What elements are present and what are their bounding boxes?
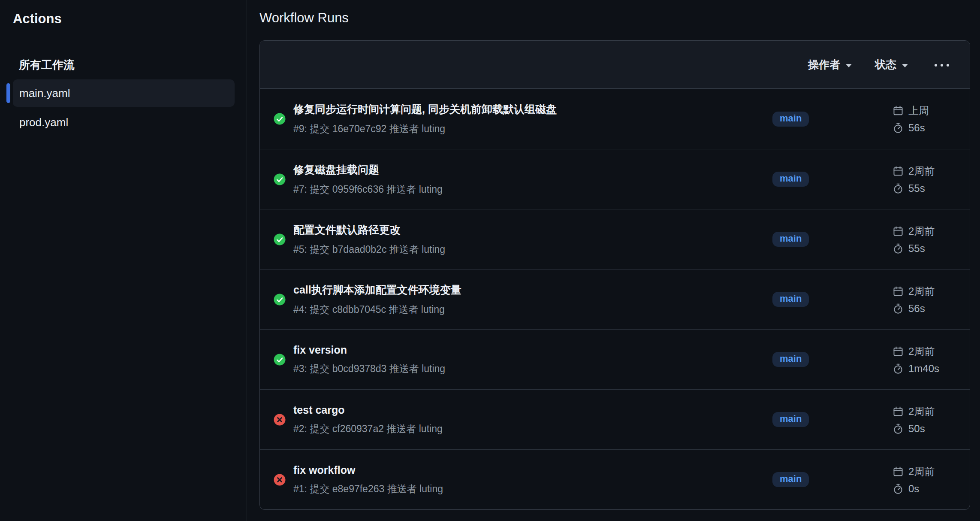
stopwatch-icon <box>893 423 904 434</box>
run-title-link[interactable]: 修复同步运行时间计算问题, 同步关机前卸载默认组磁盘 <box>293 102 772 116</box>
workflow-run-row: fix version #3: 提交 b0cd9378d3 推送者 luting… <box>260 329 970 389</box>
run-commit-meta: #4: 提交 c8dbb7045c 推送者 luting <box>293 303 772 316</box>
actions-sidebar: Actions 所有工作流 main.yaml prod.yaml <box>0 0 247 521</box>
stopwatch-icon <box>893 243 904 254</box>
branch-badge[interactable]: main <box>772 172 809 187</box>
calendar-icon <box>893 466 904 477</box>
calendar-icon <box>893 406 904 417</box>
run-commit-meta: #1: 提交 e8e97fe263 推送者 luting <box>293 482 772 496</box>
workflow-file-label: main.yaml <box>19 87 70 100</box>
stopwatch-icon <box>893 303 904 314</box>
stopwatch-icon <box>893 483 904 494</box>
workflow-run-row: 修复同步运行时间计算问题, 同步关机前卸载默认组磁盘 #9: 提交 16e70e… <box>260 89 970 149</box>
more-options-button[interactable] <box>931 58 953 71</box>
workflow-runs-list: 修复同步运行时间计算问题, 同步关机前卸载默认组磁盘 #9: 提交 16e70e… <box>260 89 970 509</box>
run-status-icon <box>274 354 286 366</box>
branch-badge[interactable]: main <box>772 112 809 127</box>
status-filter-label: 状态 <box>875 58 896 72</box>
workflow-run-row: 修复磁盘挂载问题 #7: 提交 0959f6c636 推送者 luting ma… <box>260 149 970 209</box>
run-commit-meta: #2: 提交 cf260937a2 推送者 luting <box>293 422 772 436</box>
run-date: 2周前 <box>893 285 958 298</box>
run-duration: 56s <box>893 122 958 134</box>
run-duration: 1m40s <box>893 363 958 375</box>
run-status-icon <box>274 173 286 185</box>
workflow-run-row: fix workflow #1: 提交 e8e97fe263 推送者 lutin… <box>260 449 970 509</box>
kebab-icon <box>935 64 949 67</box>
workflow-run-row: 配置文件默认路径更改 #5: 提交 b7daad0b2c 推送者 luting … <box>260 209 970 269</box>
run-date: 2周前 <box>893 164 958 178</box>
branch-badge[interactable]: main <box>772 412 809 427</box>
run-status-icon <box>274 474 286 486</box>
run-date: 上周 <box>893 104 958 118</box>
run-date: 2周前 <box>893 405 958 418</box>
calendar-icon <box>893 346 904 357</box>
run-title-link[interactable]: call执行脚本添加配置文件环境变量 <box>293 283 772 297</box>
chevron-down-icon <box>902 64 908 67</box>
run-title-link[interactable]: 修复磁盘挂载问题 <box>293 163 772 177</box>
page-title: Workflow Runs <box>259 10 970 26</box>
workflow-file-label: prod.yaml <box>19 116 68 129</box>
run-duration: 55s <box>893 242 958 254</box>
sidebar-item-all-workflows[interactable]: 所有工作流 <box>19 58 234 73</box>
run-title-link[interactable]: fix version <box>293 344 772 356</box>
run-duration: 50s <box>893 423 958 435</box>
sidebar-title: Actions <box>13 11 247 27</box>
workflow-runs-main: Workflow Runs 操作者 状态 <box>247 0 980 521</box>
run-date: 2周前 <box>893 224 958 238</box>
run-date: 2周前 <box>893 465 958 479</box>
run-title-link[interactable]: fix workflow <box>293 464 772 476</box>
calendar-icon <box>893 286 904 297</box>
calendar-icon <box>893 105 904 116</box>
calendar-icon <box>893 166 904 177</box>
branch-badge[interactable]: main <box>772 292 809 307</box>
branch-badge[interactable]: main <box>772 232 809 247</box>
chevron-down-icon <box>846 64 852 67</box>
run-title-link[interactable]: test cargo <box>293 404 772 416</box>
branch-badge[interactable]: main <box>772 352 809 367</box>
workflow-runs-panel: 操作者 状态 修复同步运行时间计算问题, 同步关机前卸载默认组磁盘 # <box>259 40 970 510</box>
actor-filter-label: 操作者 <box>808 58 840 72</box>
run-date: 2周前 <box>893 345 958 358</box>
workflow-run-row: test cargo #2: 提交 cf260937a2 推送者 luting … <box>260 389 970 449</box>
run-status-icon <box>274 414 286 426</box>
sidebar-item-prod-yaml[interactable]: prod.yaml <box>13 109 235 136</box>
run-title-link[interactable]: 配置文件默认路径更改 <box>293 223 772 237</box>
stopwatch-icon <box>893 363 904 374</box>
stopwatch-icon <box>893 122 904 133</box>
run-status-icon <box>274 294 286 306</box>
status-filter-button[interactable]: 状态 <box>875 58 908 72</box>
run-duration: 0s <box>893 483 958 495</box>
run-commit-meta: #7: 提交 0959f6c636 推送者 luting <box>293 183 772 196</box>
sidebar-item-main-yaml[interactable]: main.yaml <box>13 79 235 107</box>
run-status-icon <box>274 113 286 125</box>
run-duration: 55s <box>893 182 958 194</box>
stopwatch-icon <box>893 183 904 194</box>
run-commit-meta: #9: 提交 16e70e7c92 推送者 luting <box>293 122 772 136</box>
run-duration: 56s <box>893 303 958 315</box>
workflow-run-row: call执行脚本添加配置文件环境变量 #4: 提交 c8dbb7045c 推送者… <box>260 269 970 329</box>
run-commit-meta: #3: 提交 b0cd9378d3 推送者 luting <box>293 362 772 376</box>
branch-badge[interactable]: main <box>772 472 809 487</box>
actor-filter-button[interactable]: 操作者 <box>808 58 852 72</box>
filters-bar: 操作者 状态 <box>260 41 970 89</box>
calendar-icon <box>893 226 904 237</box>
run-commit-meta: #5: 提交 b7daad0b2c 推送者 luting <box>293 243 772 256</box>
run-status-icon <box>274 233 286 245</box>
